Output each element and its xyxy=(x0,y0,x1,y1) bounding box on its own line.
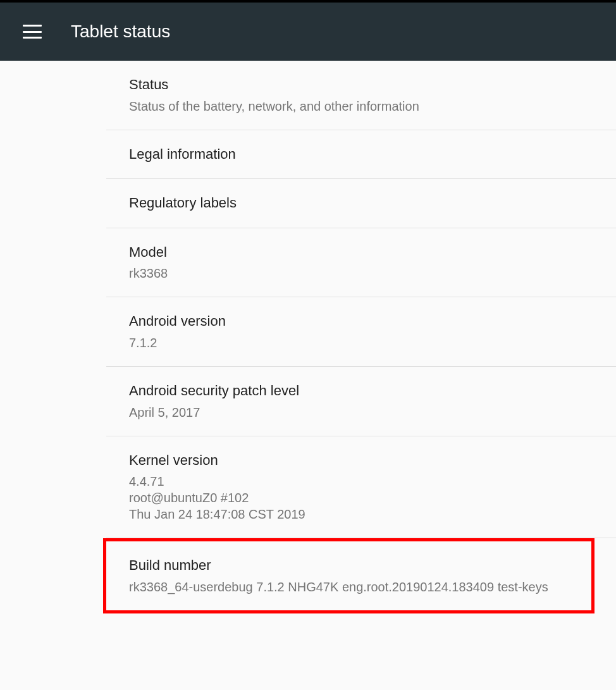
item-title: Legal information xyxy=(129,145,596,164)
item-title: Status xyxy=(129,76,596,94)
app-header: Tablet status xyxy=(0,0,616,61)
settings-list: Status Status of the battery, network, a… xyxy=(0,61,616,613)
item-title: Android security patch level xyxy=(129,382,596,400)
item-title: Regulatory labels xyxy=(129,194,596,213)
list-item-legal-information[interactable]: Legal information xyxy=(106,130,616,180)
item-subtitle: 7.1.2 xyxy=(129,335,596,351)
item-subtitle: April 5, 2017 xyxy=(129,404,596,421)
item-title: Kernel version xyxy=(129,452,596,470)
item-subtitle: Status of the battery, network, and othe… xyxy=(129,98,596,114)
list-item-android-version[interactable]: Android version 7.1.2 xyxy=(106,297,616,367)
list-item-status[interactable]: Status Status of the battery, network, a… xyxy=(106,61,616,130)
item-title: Build number xyxy=(129,557,571,575)
item-subtitle: rk3368_64-userdebug 7.1.2 NHG47K eng.roo… xyxy=(129,579,571,595)
list-item-kernel-version[interactable]: Kernel version 4.4.71 root@ubuntuZ0 #102… xyxy=(106,436,616,539)
item-subtitle: 4.4.71 root@ubuntuZ0 #102 Thu Jan 24 18:… xyxy=(129,473,596,522)
item-title: Model xyxy=(129,243,596,262)
list-item-android-security-patch-level[interactable]: Android security patch level April 5, 20… xyxy=(106,367,616,436)
hamburger-menu-icon[interactable] xyxy=(23,25,42,39)
page-title: Tablet status xyxy=(71,22,170,42)
item-title: Android version xyxy=(129,312,596,331)
item-subtitle: rk3368 xyxy=(129,265,596,281)
list-item-regulatory-labels[interactable]: Regulatory labels xyxy=(106,179,616,228)
list-item-model[interactable]: Model rk3368 xyxy=(106,228,616,298)
list-item-build-number[interactable]: Build number rk3368_64-userdebug 7.1.2 N… xyxy=(103,538,594,613)
